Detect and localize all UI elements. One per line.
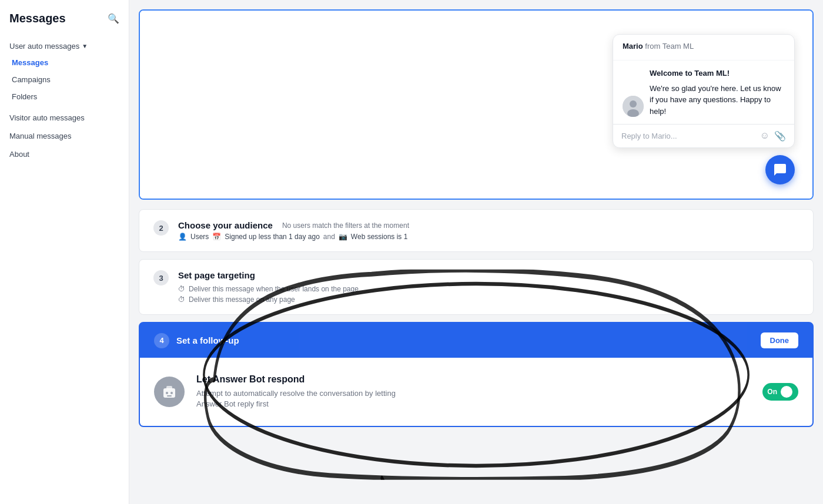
monitor-icon: 📷 [339, 233, 347, 241]
reply-icons: ☺ 📎 [760, 130, 786, 142]
chat-preview-area: Mario from Team ML [140, 11, 812, 199]
clock-icon-1: ⏱ [178, 285, 185, 293]
svg-rect-7 [167, 395, 172, 397]
calendar-icon: 📅 [212, 233, 221, 241]
emoji-icon[interactable]: ☺ [760, 130, 770, 142]
step4-body: Let Answer Bot respond Attempt to automa… [140, 358, 812, 426]
step2-card: 2 Choose your audience No users match th… [139, 209, 814, 252]
step2-title: Choose your audience [178, 220, 273, 230]
step2-filters: 👤 Users 📅 Signed up less than 1 day ago … [178, 233, 799, 241]
sidebar: Messages 🔍 User auto messages ▼ Messages… [0, 0, 129, 504]
chat-popup: Mario from Team ML [613, 34, 795, 148]
step4-wrapper: 4 Set a follow-up Done Let Answer B [139, 322, 814, 427]
user-icon: 👤 [178, 233, 187, 241]
chat-preview-card: Mario from Team ML [139, 9, 814, 200]
sidebar-header: Messages 🔍 [0, 0, 129, 35]
step4-header: 4 Set a follow-up Done [140, 323, 812, 358]
step4-header-left: 4 Set a follow-up [154, 333, 239, 348]
avatar [623, 96, 644, 117]
step3-title: Set page targeting [178, 270, 799, 280]
sender-team: from Team ML [645, 42, 694, 51]
svg-point-1 [630, 100, 637, 107]
chat-message-row: Welcome to Team ML! We're so glad you're… [613, 61, 794, 124]
sidebar-item-campaigns[interactable]: Campaigns [0, 71, 129, 88]
sidebar-item-visitor-auto-messages[interactable]: Visitor auto messages [0, 109, 129, 127]
svg-rect-4 [166, 386, 172, 389]
chat-widget-button[interactable] [765, 155, 795, 184]
step2-meta: Choose your audience No users match the … [178, 220, 799, 241]
step3-meta: Set page targeting ⏱ Deliver this messag… [178, 270, 799, 304]
search-icon[interactable]: 🔍 [108, 13, 119, 24]
bot-title: Let Answer Bot respond [196, 374, 751, 385]
chat-sender: Mario from Team ML [623, 42, 785, 51]
step3-line2: Deliver this message on any page [189, 295, 295, 304]
filter-signup: Signed up less than 1 day ago [225, 233, 319, 241]
bot-desc-line2: Answer Bot reply first [196, 399, 269, 408]
attachment-icon[interactable]: 📎 [774, 130, 786, 142]
chat-bubble-container: Mario from Team ML [158, 22, 795, 160]
toggle-label: On [767, 388, 777, 396]
chat-popup-header: Mario from Team ML [613, 35, 794, 61]
step2-number: 2 [153, 220, 169, 236]
svg-point-6 [170, 392, 173, 394]
sidebar-title: Messages [9, 12, 66, 25]
toggle-button[interactable]: On [762, 383, 798, 401]
filter-and: and [323, 233, 335, 241]
sidebar-item-about[interactable]: About [0, 145, 129, 163]
chevron-down-icon: ▼ [82, 43, 88, 49]
sidebar-item-messages[interactable]: Messages [0, 54, 129, 71]
sidebar-item-folders[interactable]: Folders [0, 88, 129, 105]
step3-number: 3 [153, 270, 169, 285]
step3-card: 3 Set page targeting ⏱ Deliver this mess… [139, 259, 814, 315]
sidebar-section-user-auto: User auto messages ▼ Messages Campaigns … [0, 35, 129, 109]
sidebar-group-user-auto-messages[interactable]: User auto messages ▼ [0, 38, 129, 54]
bot-desc: Attempt to automatically resolve the con… [196, 388, 751, 409]
step4-title: Set a follow-up [176, 335, 239, 345]
chat-reply-input[interactable]: Reply to Mario... ☺ 📎 [613, 124, 794, 147]
toggle-knob [781, 386, 792, 398]
reply-placeholder: Reply to Mario... [621, 132, 755, 140]
bot-info: Let Answer Bot respond Attempt to automa… [196, 374, 751, 409]
chat-message: We're so glad you're here. Let us know i… [650, 83, 785, 117]
chat-greeting: Welcome to Team ML! [650, 68, 785, 79]
step4-number: 4 [154, 333, 169, 348]
sender-name: Mario [623, 42, 643, 51]
step4-card: 4 Set a follow-up Done Let Answer B [139, 322, 814, 427]
bot-desc-line1: Attempt to automatically resolve the con… [196, 389, 396, 398]
bot-icon [154, 377, 185, 407]
filter-users: Users [190, 233, 209, 241]
step2-subtitle: No users match the filters at the moment [282, 221, 409, 230]
sidebar-item-manual-messages[interactable]: Manual messages [0, 127, 129, 145]
done-button[interactable]: Done [761, 332, 799, 348]
main-content: Mario from Team ML [129, 0, 823, 504]
clock-icon-2: ⏱ [178, 295, 185, 304]
svg-point-5 [166, 392, 168, 394]
chat-message-content: Welcome to Team ML! We're so glad you're… [650, 68, 785, 117]
toggle-container: On [762, 383, 798, 401]
filter-sessions: Web sessions is 1 [351, 233, 408, 241]
step3-line1: Deliver this message when the user lands… [189, 285, 359, 293]
